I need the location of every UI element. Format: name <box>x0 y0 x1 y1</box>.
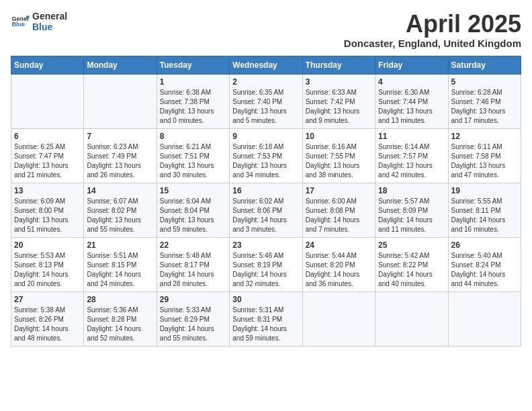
subtitle: Doncaster, England, United Kingdom <box>344 38 521 49</box>
title-block: April 2025 Doncaster, England, United Ki… <box>344 11 521 49</box>
day-number: 20 <box>14 240 81 250</box>
calendar-cell <box>375 291 448 346</box>
day-number: 29 <box>160 295 226 304</box>
day-number: 13 <box>14 186 81 195</box>
weekday-row: SundayMondayTuesdayWednesdayThursdayFrid… <box>11 56 521 74</box>
day-number: 4 <box>378 77 445 87</box>
calendar-cell <box>11 74 84 128</box>
calendar-week-row: 13Sunrise: 6:09 AM Sunset: 8:00 PM Dayli… <box>11 183 521 237</box>
calendar-cell: 23Sunrise: 5:46 AM Sunset: 8:19 PM Dayli… <box>230 237 302 291</box>
day-number: 30 <box>232 295 299 304</box>
calendar-cell: 8Sunrise: 6:21 AM Sunset: 7:51 PM Daylig… <box>157 128 229 183</box>
day-info: Sunrise: 5:46 AM Sunset: 8:19 PM Dayligh… <box>232 251 299 289</box>
day-number: 21 <box>87 240 153 250</box>
day-info: Sunrise: 6:00 AM Sunset: 8:08 PM Dayligh… <box>306 197 372 234</box>
calendar-cell: 12Sunrise: 6:11 AM Sunset: 7:58 PM Dayli… <box>448 128 521 183</box>
day-info: Sunrise: 6:16 AM Sunset: 7:55 PM Dayligh… <box>306 142 372 180</box>
weekday-header: Monday <box>84 56 157 74</box>
day-number: 24 <box>306 240 372 250</box>
calendar-cell: 30Sunrise: 5:31 AM Sunset: 8:31 PM Dayli… <box>230 291 302 346</box>
day-info: Sunrise: 5:51 AM Sunset: 8:15 PM Dayligh… <box>87 251 153 289</box>
calendar-cell: 1Sunrise: 6:38 AM Sunset: 7:38 PM Daylig… <box>157 74 229 128</box>
calendar-cell <box>84 74 157 128</box>
day-number: 3 <box>306 77 372 87</box>
day-info: Sunrise: 6:18 AM Sunset: 7:53 PM Dayligh… <box>232 142 299 180</box>
calendar-cell: 7Sunrise: 6:23 AM Sunset: 7:49 PM Daylig… <box>84 128 157 183</box>
calendar-cell: 4Sunrise: 6:30 AM Sunset: 7:44 PM Daylig… <box>375 74 448 128</box>
day-number: 1 <box>160 77 226 87</box>
logo-icon: General Blue <box>11 12 30 31</box>
day-info: Sunrise: 5:42 AM Sunset: 8:22 PM Dayligh… <box>378 251 445 289</box>
calendar-cell: 5Sunrise: 6:28 AM Sunset: 7:46 PM Daylig… <box>448 74 521 128</box>
calendar-cell: 2Sunrise: 6:35 AM Sunset: 7:40 PM Daylig… <box>230 74 302 128</box>
calendar-week-row: 6Sunrise: 6:25 AM Sunset: 7:47 PM Daylig… <box>11 128 521 183</box>
logo: General Blue General Blue <box>11 11 67 32</box>
calendar-cell: 29Sunrise: 5:33 AM Sunset: 8:29 PM Dayli… <box>157 291 229 346</box>
day-number: 12 <box>451 132 518 141</box>
day-info: Sunrise: 5:40 AM Sunset: 8:24 PM Dayligh… <box>451 251 518 289</box>
day-info: Sunrise: 6:30 AM Sunset: 7:44 PM Dayligh… <box>378 88 445 126</box>
day-info: Sunrise: 6:11 AM Sunset: 7:58 PM Dayligh… <box>451 142 518 180</box>
day-number: 7 <box>87 132 153 141</box>
day-info: Sunrise: 6:38 AM Sunset: 7:38 PM Dayligh… <box>160 88 226 126</box>
calendar-cell: 9Sunrise: 6:18 AM Sunset: 7:53 PM Daylig… <box>230 128 302 183</box>
calendar-week-row: 27Sunrise: 5:38 AM Sunset: 8:26 PM Dayli… <box>11 291 521 346</box>
calendar-cell: 13Sunrise: 6:09 AM Sunset: 8:00 PM Dayli… <box>11 183 84 237</box>
day-info: Sunrise: 5:57 AM Sunset: 8:09 PM Dayligh… <box>378 197 445 234</box>
day-info: Sunrise: 5:36 AM Sunset: 8:28 PM Dayligh… <box>87 306 153 343</box>
calendar-cell: 15Sunrise: 6:04 AM Sunset: 8:04 PM Dayli… <box>157 183 229 237</box>
calendar-header: SundayMondayTuesdayWednesdayThursdayFrid… <box>11 56 521 74</box>
day-number: 16 <box>232 186 299 195</box>
calendar-cell: 17Sunrise: 6:00 AM Sunset: 8:08 PM Dayli… <box>302 183 375 237</box>
day-info: Sunrise: 6:33 AM Sunset: 7:42 PM Dayligh… <box>306 88 372 126</box>
day-info: Sunrise: 6:23 AM Sunset: 7:49 PM Dayligh… <box>87 142 153 180</box>
day-info: Sunrise: 5:38 AM Sunset: 8:26 PM Dayligh… <box>14 306 81 343</box>
calendar-cell: 16Sunrise: 6:02 AM Sunset: 8:06 PM Dayli… <box>230 183 302 237</box>
day-number: 14 <box>87 186 153 195</box>
day-number: 26 <box>451 240 518 250</box>
day-info: Sunrise: 6:07 AM Sunset: 8:02 PM Dayligh… <box>87 197 153 234</box>
header: General Blue General Blue April 2025 Don… <box>11 11 521 49</box>
calendar-cell: 11Sunrise: 6:14 AM Sunset: 7:57 PM Dayli… <box>375 128 448 183</box>
day-number: 5 <box>451 77 518 87</box>
calendar-week-row: 1Sunrise: 6:38 AM Sunset: 7:38 PM Daylig… <box>11 74 521 128</box>
day-info: Sunrise: 6:02 AM Sunset: 8:06 PM Dayligh… <box>232 197 299 234</box>
calendar-cell <box>448 291 521 346</box>
day-number: 25 <box>378 240 445 250</box>
calendar-cell <box>302 291 375 346</box>
day-info: Sunrise: 5:31 AM Sunset: 8:31 PM Dayligh… <box>232 306 299 343</box>
day-info: Sunrise: 5:48 AM Sunset: 8:17 PM Dayligh… <box>160 251 226 289</box>
calendar-cell: 21Sunrise: 5:51 AM Sunset: 8:15 PM Dayli… <box>84 237 157 291</box>
day-number: 8 <box>160 132 226 141</box>
day-info: Sunrise: 6:25 AM Sunset: 7:47 PM Dayligh… <box>14 142 81 180</box>
day-info: Sunrise: 6:14 AM Sunset: 7:57 PM Dayligh… <box>378 142 445 180</box>
day-info: Sunrise: 6:35 AM Sunset: 7:40 PM Dayligh… <box>232 88 299 126</box>
weekday-header: Sunday <box>11 56 84 74</box>
day-number: 6 <box>14 132 81 141</box>
day-number: 18 <box>378 186 445 195</box>
calendar-cell: 22Sunrise: 5:48 AM Sunset: 8:17 PM Dayli… <box>157 237 229 291</box>
logo-blue-text: Blue <box>32 21 67 32</box>
calendar-cell: 26Sunrise: 5:40 AM Sunset: 8:24 PM Dayli… <box>448 237 521 291</box>
calendar-week-row: 20Sunrise: 5:53 AM Sunset: 8:13 PM Dayli… <box>11 237 521 291</box>
weekday-header: Saturday <box>448 56 521 74</box>
day-number: 15 <box>160 186 226 195</box>
calendar-cell: 25Sunrise: 5:42 AM Sunset: 8:22 PM Dayli… <box>375 237 448 291</box>
calendar-cell: 27Sunrise: 5:38 AM Sunset: 8:26 PM Dayli… <box>11 291 84 346</box>
calendar-cell: 28Sunrise: 5:36 AM Sunset: 8:28 PM Dayli… <box>84 291 157 346</box>
day-info: Sunrise: 6:04 AM Sunset: 8:04 PM Dayligh… <box>160 197 226 234</box>
day-number: 28 <box>87 295 153 304</box>
day-info: Sunrise: 6:21 AM Sunset: 7:51 PM Dayligh… <box>160 142 226 180</box>
day-info: Sunrise: 5:44 AM Sunset: 8:20 PM Dayligh… <box>306 251 372 289</box>
main-title: April 2025 <box>344 11 521 38</box>
calendar-cell: 3Sunrise: 6:33 AM Sunset: 7:42 PM Daylig… <box>302 74 375 128</box>
calendar-cell: 19Sunrise: 5:55 AM Sunset: 8:11 PM Dayli… <box>448 183 521 237</box>
day-info: Sunrise: 6:28 AM Sunset: 7:46 PM Dayligh… <box>451 88 518 126</box>
day-number: 10 <box>306 132 372 141</box>
calendar: SundayMondayTuesdayWednesdayThursdayFrid… <box>11 56 521 347</box>
day-number: 23 <box>232 240 299 250</box>
calendar-cell: 24Sunrise: 5:44 AM Sunset: 8:20 PM Dayli… <box>302 237 375 291</box>
day-number: 27 <box>14 295 81 304</box>
day-number: 9 <box>232 132 299 141</box>
calendar-cell: 10Sunrise: 6:16 AM Sunset: 7:55 PM Dayli… <box>302 128 375 183</box>
